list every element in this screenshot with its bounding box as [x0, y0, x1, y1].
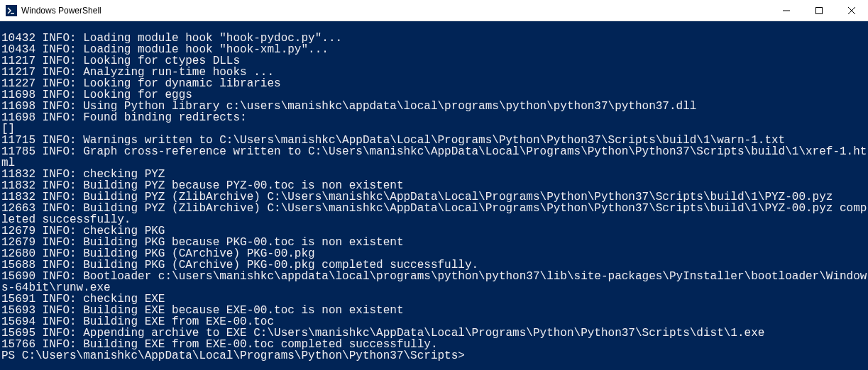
terminal-line: 11832 INFO: Building PYZ (ZlibArchive) C… [1, 191, 868, 203]
terminal-line: 12679 INFO: Building PKG because PKG-00.… [1, 237, 868, 248]
close-button[interactable] [835, 0, 868, 21]
terminal-line: 15691 INFO: checking EXE [1, 293, 868, 305]
powershell-icon [6, 5, 17, 16]
terminal-line: 12679 INFO: checking PKG [1, 225, 868, 237]
svg-rect-3 [816, 7, 823, 13]
terminal-line: 12680 INFO: Building PKG (CArchive) PKG-… [1, 248, 868, 259]
terminal-line: 11698 INFO: Looking for eggs [1, 89, 868, 101]
terminal-line: 15766 INFO: Building EXE from EXE-00.toc… [1, 339, 868, 350]
terminal-line: 15690 INFO: Bootloader c:\users\manishkc… [1, 271, 868, 293]
terminal-line: 10432 INFO: Loading module hook "hook-py… [1, 33, 868, 44]
terminal-output[interactable]: 10432 INFO: Loading module hook "hook-py… [0, 21, 868, 370]
terminal-line: 15695 INFO: Appending archive to EXE C:\… [1, 327, 868, 339]
terminal-line: 15694 INFO: Building EXE from EXE-00.toc [1, 316, 868, 327]
terminal-line: [] [1, 123, 868, 135]
window-controls [770, 0, 868, 21]
maximize-button[interactable] [803, 0, 835, 21]
terminal-line: 15688 INFO: Building PKG (CArchive) PKG-… [1, 259, 868, 271]
terminal-line: 11785 INFO: Graph cross-reference writte… [1, 146, 868, 169]
prompt-line[interactable]: PS C:\Users\manishkc\AppData\Local\Progr… [1, 350, 868, 361]
window-titlebar: Windows PowerShell [0, 0, 868, 21]
terminal-line: 11832 INFO: checking PYZ [1, 169, 868, 180]
terminal-line: 12663 INFO: Building PYZ (ZlibArchive) C… [1, 203, 868, 225]
terminal-line: 10434 INFO: Loading module hook "hook-xm… [1, 44, 868, 55]
terminal-line: 11217 INFO: Analyzing run-time hooks ... [1, 67, 868, 78]
terminal-line: 11698 INFO: Found binding redirects: [1, 112, 868, 123]
terminal-line: 15693 INFO: Building EXE because EXE-00.… [1, 305, 868, 316]
terminal-line: 11217 INFO: Looking for ctypes DLLs [1, 55, 868, 67]
terminal-line: 11832 INFO: Building PYZ because PYZ-00.… [1, 180, 868, 191]
terminal-line: 11698 INFO: Using Python library c:\user… [1, 101, 868, 112]
minimize-button[interactable] [770, 0, 803, 21]
terminal-line: 11715 INFO: Warnings written to C:\Users… [1, 135, 868, 146]
terminal-line: 11227 INFO: Looking for dynamic librarie… [1, 78, 868, 89]
window-title: Windows PowerShell [21, 6, 770, 16]
